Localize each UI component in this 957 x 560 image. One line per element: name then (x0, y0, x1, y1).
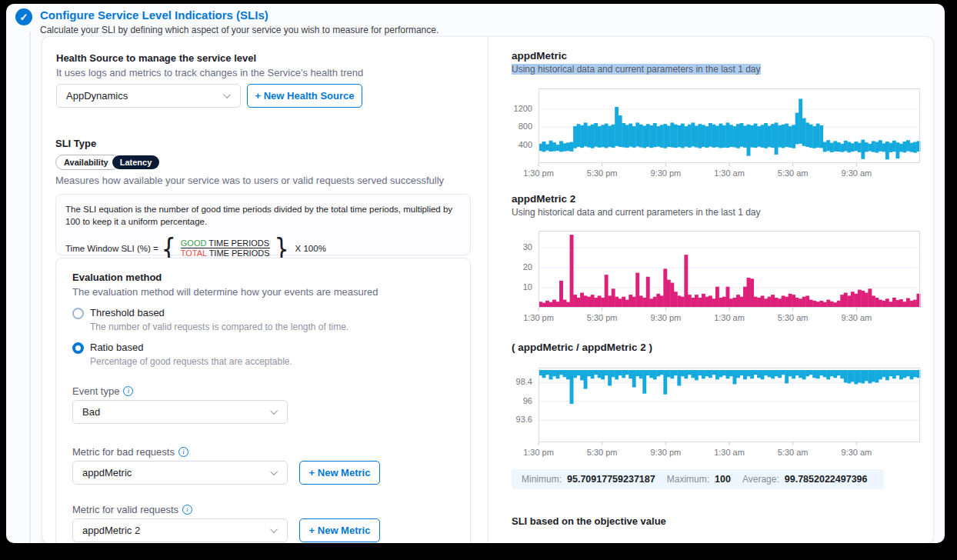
evaluation-method-box: Evaluation method The evaluation method … (55, 258, 471, 543)
sli-equation-text: The SLI equation is the number of good t… (65, 203, 461, 228)
new-metric-button-valid[interactable]: + New Metric (299, 518, 380, 542)
evaluation-method-title: Evaluation method (72, 272, 162, 283)
x-axis-tick-label: 1:30 pm (504, 313, 573, 322)
slo-configuration-page: Configure Service Level Indicatiors (SLI… (6, 4, 945, 543)
x-axis-tick-label: 1:30 am (695, 448, 764, 457)
info-icon[interactable] (178, 447, 188, 457)
metric-valid-select[interactable]: appdMetric 2 (72, 518, 288, 542)
x-axis-tick-label: 9:30 am (822, 448, 891, 457)
chart2-subtitle: Using historical data and current parame… (512, 207, 761, 218)
formula-good: GOOD (181, 238, 207, 248)
x-axis-tick-label: 5:30 pm (568, 168, 637, 178)
x-axis-tick-label: 5:30 pm (568, 313, 637, 322)
y-axis-tick-label: 400 (497, 140, 532, 149)
ratio-based-radio[interactable] (72, 342, 84, 354)
sli-type-toggle: Availability Latency (55, 155, 159, 170)
info-icon[interactable] (182, 505, 192, 515)
y-axis-tick-label: 93.6 (497, 415, 532, 424)
y-axis-tick-label: 1200 (497, 104, 532, 113)
event-type-select-value: Bad (82, 406, 100, 418)
page-subtitle: Calculate your SLI by defining which asp… (40, 25, 438, 35)
formula-prefix: Time Window SLI (%) = (65, 244, 158, 253)
metric-valid-label: Metric for valid requests (72, 504, 192, 515)
x-axis-tick-label: 1:30 am (695, 313, 764, 322)
x-axis-tick-label: 9:30 pm (631, 448, 700, 457)
sli-type-option-availability[interactable]: Availability (55, 155, 120, 170)
maximum-label: Maximum: (667, 474, 709, 485)
ratio-stats-bar: Minimum: 95.70917759237187 Maximum: 100 … (512, 469, 884, 489)
threshold-based-radio[interactable] (72, 308, 84, 319)
average-value: 99.7852022497396 (785, 474, 868, 485)
formula-fraction: GOOD TIME PERIODS TOTAL TIME PERIODS (181, 238, 270, 258)
chevron-down-icon (270, 525, 278, 533)
chart3-title: ( appdMetric / appdMetric 2 ) (512, 342, 652, 353)
event-type-select[interactable]: Bad (72, 400, 288, 424)
chevron-down-icon (223, 91, 231, 98)
formula-num-rest: TIME PERIODS (206, 238, 269, 248)
sli-type-label: SLI Type (55, 138, 96, 149)
x-axis-tick-label: 5:30 am (759, 168, 828, 178)
y-axis-tick-label: 20 (497, 262, 532, 272)
x-axis-tick-label: 1:30 pm (504, 168, 573, 178)
y-axis-tick-label: 98.4 (497, 377, 532, 386)
sli-equation-box: The SLI equation is the number of good t… (55, 194, 471, 255)
minimum-label: Minimum: (522, 474, 562, 485)
event-type-label: Event type (72, 385, 133, 397)
chart3-ratio[interactable]: 93.69698.41:30 pm5:30 pm9:30 pm1:30 am5:… (539, 368, 920, 442)
step-complete-check-icon (15, 8, 32, 25)
evaluation-method-description: The evaluation method will determine how… (72, 286, 378, 298)
chart1-subtitle-text: Using historical data and current parame… (512, 64, 761, 75)
average-label: Average: (742, 474, 779, 485)
threshold-based-label[interactable]: Threshold based (90, 307, 165, 318)
metric-valid-select-value: appdMetric 2 (82, 525, 140, 536)
metric-bad-label-text: Metric for bad requests (72, 446, 175, 458)
metric-bad-select-value: appdMetric (82, 467, 132, 478)
ratio-based-label[interactable]: Ratio based (90, 342, 143, 353)
stepper-connector-line (29, 32, 31, 543)
x-axis-tick-label: 5:30 pm (568, 448, 637, 457)
chart2-title: appdMetric 2 (512, 193, 575, 205)
x-axis-tick-label: 9:30 am (822, 168, 891, 178)
x-axis-tick-label: 9:30 am (822, 313, 891, 322)
x-axis-tick-label: 5:30 am (759, 448, 828, 457)
metric-valid-label-text: Metric for valid requests (72, 504, 178, 515)
y-axis-tick-label: 800 (497, 122, 532, 131)
sli-objective-footer: SLI based on the objective value (512, 515, 666, 527)
x-axis-tick-label: 9:30 pm (631, 168, 700, 178)
info-icon[interactable] (123, 386, 133, 396)
x-axis-tick-label: 9:30 pm (631, 313, 700, 322)
formula-den-rest: TIME PERIODS (207, 248, 270, 258)
sli-type-description: Measures how available your service was … (55, 175, 444, 186)
x-axis-tick-label: 1:30 pm (504, 448, 573, 457)
chevron-down-icon (270, 407, 278, 415)
y-axis-tick-label: 30 (497, 242, 532, 252)
chart2-appdmetric2[interactable]: 1020301:30 pm5:30 pm9:30 pm1:30 am5:30 a… (539, 231, 920, 308)
health-source-description: It uses logs and metrics to track change… (56, 67, 363, 78)
health-source-label: Health Source to manage the service leve… (56, 52, 256, 64)
sli-type-option-latency[interactable]: Latency (112, 155, 160, 169)
x-axis-tick-label: 5:30 am (759, 313, 828, 322)
sli-config-card: Health Source to manage the service leve… (42, 37, 933, 543)
metric-bad-label: Metric for bad requests (72, 446, 188, 458)
chart1-appdmetric[interactable]: 40080012001:30 pm5:30 pm9:30 pm1:30 am5:… (539, 88, 920, 163)
metric-bad-select[interactable]: appdMetric (72, 461, 288, 485)
event-type-label-text: Event type (72, 385, 119, 397)
threshold-based-description: The number of valid requests is compared… (90, 322, 348, 332)
ratio-based-description: Percentage of good requests that are acc… (90, 356, 292, 367)
y-axis-tick-label: 96 (497, 396, 532, 405)
formula-total: TOTAL (181, 248, 207, 258)
minimum-value: 95.70917759237187 (567, 474, 655, 485)
maximum-value: 100 (715, 474, 731, 485)
new-health-source-button[interactable]: + New Health Source (247, 84, 362, 108)
x-axis-tick-label: 1:30 am (695, 168, 764, 178)
new-metric-button-bad[interactable]: + New Metric (299, 461, 380, 485)
health-source-select[interactable]: AppDynamics (56, 84, 241, 108)
y-axis-tick-label: 10 (497, 282, 532, 292)
chart1-title: appdMetric (512, 50, 567, 62)
column-divider (488, 37, 489, 543)
chart1-subtitle: Using historical data and current parame… (512, 64, 761, 75)
chevron-down-icon (270, 468, 278, 475)
page-title: Configure Service Level Indicatiors (SLI… (40, 8, 268, 22)
formula-suffix: X 100% (295, 244, 326, 253)
health-source-select-value: AppDynamics (66, 90, 128, 102)
